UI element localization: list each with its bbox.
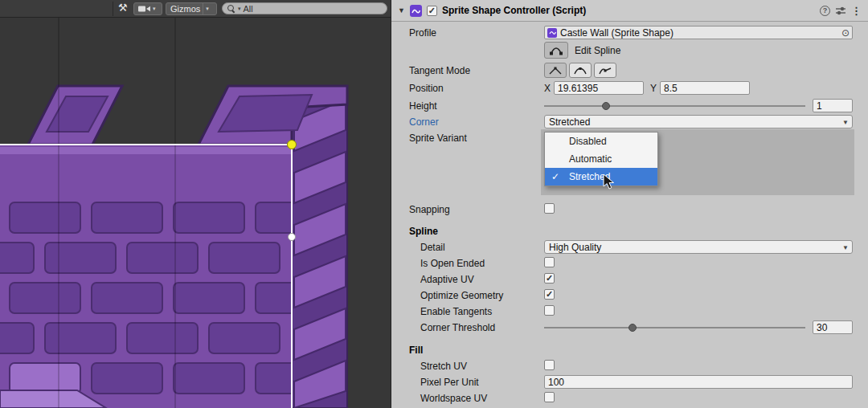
profile-object-name: Castle Wall (Sprite Shape) (560, 27, 838, 39)
wall-top-highlight (0, 147, 292, 154)
help-icon[interactable]: ? (820, 6, 830, 16)
position-label: Position (409, 83, 444, 94)
stretch-uv-label: Stretch UV (420, 361, 467, 372)
presets-icon[interactable] (835, 6, 846, 16)
height-slider-track[interactable] (544, 105, 805, 107)
tangent-mode-label: Tangent Mode (409, 65, 470, 76)
position-y-field[interactable]: 8.5 (660, 81, 750, 95)
height-slider-handle[interactable] (602, 102, 610, 110)
worldspace-uv-label: Worldspace UV (420, 393, 487, 404)
enable-tangents-checkbox[interactable] (544, 305, 555, 316)
corner-dropdown-menu: Disabled Automatic ✓ Stretched (544, 132, 658, 186)
component-header[interactable]: ▼ Sprite Shape Controller (Script) ? ⋮ (391, 0, 868, 22)
menu-item-stretched[interactable]: ✓ Stretched (545, 168, 657, 186)
gizmos-button[interactable]: Gizmos ▾ (166, 2, 217, 15)
checkmark-icon: ✓ (551, 168, 559, 186)
adaptive-uv-label: Adaptive UV (420, 274, 474, 285)
worldspace-uv-checkbox[interactable] (544, 392, 555, 402)
fill-section-header: Fill (409, 345, 423, 356)
gizmos-dropdown-arrow[interactable]: ▾ (203, 3, 211, 14)
optimize-geometry-checkbox[interactable] (544, 289, 555, 300)
corner-threshold-value-field[interactable]: 30 (813, 320, 853, 334)
toolbar-separator (113, 2, 113, 16)
mouse-cursor-icon (603, 173, 615, 190)
tools-icon[interactable]: ⚒ (118, 2, 128, 14)
search-scope-arrow[interactable]: ▾ (238, 6, 241, 12)
position-y-label: Y (650, 83, 657, 94)
object-picker-icon[interactable]: ⊙ (841, 28, 850, 38)
inspector-panel: ▼ Sprite Shape Controller (Script) ? ⋮ P… (391, 0, 868, 408)
chevron-down-icon: ▾ (206, 6, 209, 12)
unity-window: ⚒ ▾ Gizmos ▾ ▾ All (0, 0, 868, 408)
profile-label: Profile (409, 27, 436, 39)
spline-section-header: Spline (409, 226, 438, 237)
scene-view[interactable]: ⚒ ▾ Gizmos ▾ ▾ All (0, 0, 391, 408)
scene-canvas[interactable] (0, 18, 391, 408)
corner-dropdown[interactable]: Stretched ▼ (544, 115, 853, 129)
chevron-down-icon: ▾ (153, 6, 156, 12)
kebab-menu-icon[interactable]: ⋮ (851, 5, 862, 17)
corner-threshold-slider-handle[interactable] (628, 324, 637, 332)
snapping-label: Snapping (409, 204, 450, 215)
height-value-field[interactable]: 1 (813, 99, 853, 112)
tangent-linear-icon (548, 66, 563, 75)
tangent-continuous-icon (573, 66, 588, 75)
is-open-ended-checkbox[interactable] (544, 257, 555, 267)
spline-selected-point[interactable] (288, 141, 297, 149)
adaptive-uv-checkbox[interactable] (544, 273, 555, 284)
search-scope-label: All (244, 4, 253, 14)
detail-label: Detail (420, 242, 445, 253)
tangent-continuous-button[interactable] (569, 63, 592, 78)
pixel-per-unit-field[interactable]: 100 (544, 375, 853, 389)
corner-label: Corner (409, 116, 439, 128)
chevron-down-icon: ▼ (842, 119, 849, 126)
stretch-uv-checkbox[interactable] (544, 360, 555, 370)
profile-object-field[interactable]: Castle Wall (Sprite Shape) ⊙ (544, 26, 853, 39)
menu-item-automatic[interactable]: Automatic (545, 150, 657, 168)
enable-tangents-label: Enable Tangents (420, 306, 492, 317)
component-title: Sprite Shape Controller (Script) (442, 5, 815, 16)
scene-search-field[interactable]: ▾ All (222, 2, 387, 14)
menu-item-disabled[interactable]: Disabled (545, 133, 657, 150)
edit-spline-label: Edit Spline (575, 45, 620, 56)
tangent-broken-icon (598, 66, 612, 75)
spline-control-point[interactable] (289, 234, 296, 241)
camera-icon (138, 5, 150, 13)
pixel-per-unit-label: Pixel Per Unit (420, 377, 479, 388)
edit-spline-button[interactable] (544, 42, 568, 59)
component-enabled-checkbox[interactable] (427, 6, 437, 16)
detail-dropdown[interactable]: High Quality ▼ (544, 240, 853, 254)
sprite-variant-label: Sprite Variant (409, 133, 467, 144)
corner-threshold-label: Corner Threshold (420, 322, 495, 333)
chevron-down-icon: ▼ (842, 244, 849, 251)
height-label: Height (409, 100, 437, 112)
sprite-shape-icon (547, 28, 557, 38)
tangent-linear-button[interactable] (544, 63, 567, 78)
corner-threshold-slider-track[interactable] (544, 327, 805, 328)
position-x-label: X (544, 83, 551, 94)
foldout-arrow-icon[interactable]: ▼ (398, 6, 405, 14)
optimize-geometry-label: Optimize Geometry (420, 290, 503, 301)
search-icon (227, 5, 235, 13)
snapping-checkbox[interactable] (544, 203, 555, 214)
scene-toolbar: ⚒ ▾ Gizmos ▾ ▾ All (0, 0, 391, 18)
sprite-shape-icon (410, 5, 422, 17)
position-x-field[interactable]: 19.61395 (554, 81, 644, 95)
edit-spline-icon (549, 46, 563, 55)
tangent-broken-button[interactable] (594, 63, 616, 78)
gizmos-label: Gizmos (170, 4, 200, 14)
camera-view-button[interactable]: ▾ (133, 2, 162, 15)
is-open-ended-label: Is Open Ended (420, 258, 485, 269)
